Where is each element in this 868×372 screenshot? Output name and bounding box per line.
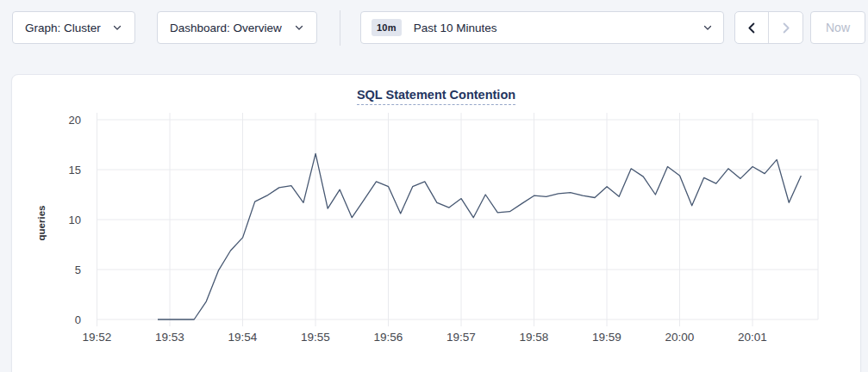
graph-dropdown[interactable]: Graph: Cluster <box>12 11 135 44</box>
now-button-label: Now <box>826 21 850 34</box>
x-tick-label: 20:01 <box>738 331 767 344</box>
now-button[interactable]: Now <box>810 11 865 44</box>
chart-title[interactable]: SQL Statement Contention <box>357 88 515 105</box>
y-tick-label: 10 <box>69 214 81 226</box>
previous-interval-button[interactable] <box>735 12 769 43</box>
y-tick-label: 0 <box>75 313 81 326</box>
time-step-button-group <box>734 11 803 44</box>
sql-contention-chart: 0510152019:5219:5319:5419:5519:5619:5719… <box>12 75 862 372</box>
x-tick-label: 19:54 <box>228 331 258 344</box>
chevron-right-icon <box>779 22 792 34</box>
next-interval-button[interactable] <box>769 12 802 43</box>
chart-title-row: SQL Statement Contention <box>12 87 860 105</box>
x-tick-label: 19:56 <box>374 331 403 344</box>
chevron-down-icon <box>294 22 304 33</box>
y-axis-label: queries <box>36 206 47 241</box>
sql-contention-line <box>158 153 801 319</box>
chevron-down-icon <box>112 22 122 33</box>
x-tick-label: 19:58 <box>520 331 549 344</box>
x-tick-label: 19:57 <box>446 331 476 344</box>
graph-dropdown-label: Graph: Cluster <box>25 22 101 34</box>
y-tick-label: 20 <box>69 114 81 127</box>
time-range-badge: 10m <box>372 19 402 36</box>
chevron-left-icon <box>746 22 759 34</box>
dashboard-dropdown[interactable]: Dashboard: Overview <box>157 11 317 44</box>
time-range-dropdown[interactable]: 10m Past 10 Minutes <box>360 11 724 44</box>
chart-panel: 0510152019:5219:5319:5419:5519:5619:5719… <box>11 74 861 372</box>
x-tick-label: 20:00 <box>665 331 695 344</box>
x-tick-label: 19:55 <box>301 331 330 344</box>
y-tick-label: 15 <box>69 164 81 177</box>
x-tick-label: 19:53 <box>155 331 184 344</box>
x-tick-label: 19:52 <box>83 331 112 344</box>
chevron-down-icon <box>703 22 713 33</box>
dashboard-dropdown-label: Dashboard: Overview <box>170 22 282 34</box>
time-range-label: Past 10 Minutes <box>414 22 497 34</box>
toolbar-divider <box>340 10 340 46</box>
x-tick-label: 19:59 <box>592 331 621 344</box>
y-tick-label: 5 <box>75 264 81 276</box>
